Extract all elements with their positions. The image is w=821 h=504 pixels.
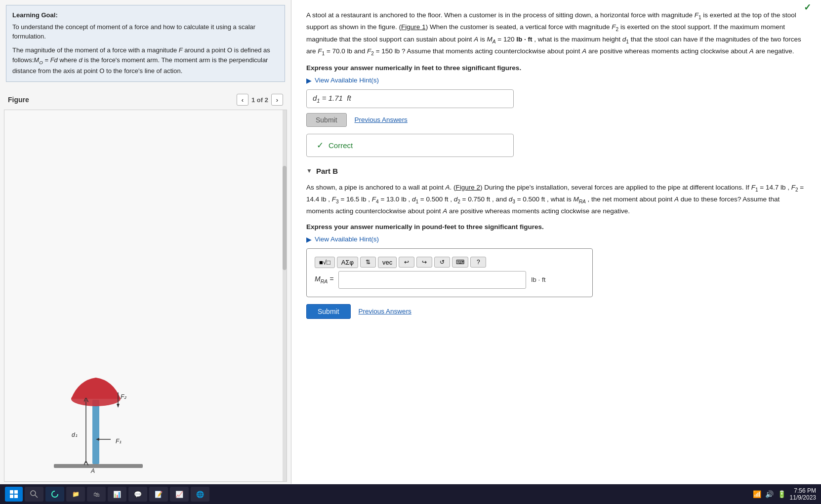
- part-b-collapse-icon[interactable]: ▼: [306, 167, 312, 174]
- part-b-math-input[interactable]: [338, 271, 526, 289]
- search-taskbar-icon: [30, 490, 38, 498]
- figure-area: Figure ‹ 1 of 2 ›: [0, 92, 291, 484]
- math-btn-redo[interactable]: ↪: [416, 257, 432, 268]
- file-explorer-icon: 📁: [72, 491, 80, 498]
- taskbar-app-2[interactable]: 📁: [66, 487, 85, 502]
- network-icon: 📶: [753, 490, 761, 498]
- taskbar: 📁 🛍 📊 💬 📝 📈 🌐 📶 🔊 🔋 7:56 PM 11/9/2023: [0, 484, 821, 504]
- correct-label: Correct: [328, 141, 353, 150]
- part-a-problem-text: A stool at a restaurant is anchored to t…: [306, 10, 806, 58]
- part-b-math-unit: lb · ft: [531, 276, 545, 283]
- part-a-correct-box: ✓ Correct: [306, 134, 514, 157]
- part-a-hint-row[interactable]: ▶ View Available Hint(s): [306, 77, 806, 84]
- taskbar-app-8[interactable]: 🌐: [191, 487, 209, 502]
- svg-rect-0: [54, 464, 143, 468]
- math-btn-arrows[interactable]: ⇅: [360, 257, 376, 268]
- battery-icon: 🔋: [778, 490, 786, 498]
- stool-figure: d₁ A F₁ F₂: [39, 341, 158, 474]
- svg-marker-11: [117, 404, 120, 408]
- left-panel: Learning Goal: To understand the concept…: [0, 0, 291, 484]
- part-a-hint-label[interactable]: View Available Hint(s): [315, 77, 379, 84]
- part-b-express-instruction: Express your answer numerically in pound…: [306, 223, 806, 231]
- svg-text:A: A: [90, 467, 95, 474]
- start-button[interactable]: [5, 487, 23, 502]
- taskbar-app-6[interactable]: 📝: [149, 487, 168, 502]
- part-a-completion-check: ✓: [804, 2, 811, 13]
- right-panel: ✓ A stool at a restaurant is anchored to…: [291, 0, 821, 484]
- svg-rect-12: [10, 490, 13, 494]
- taskbar-right: 📶 🔊 🔋 7:56 PM 11/9/2023: [753, 487, 816, 501]
- figure-next-button[interactable]: ›: [271, 94, 283, 106]
- excel-icon: 📈: [175, 491, 183, 498]
- figure-prev-button[interactable]: ‹: [237, 94, 248, 106]
- taskbar-app-5[interactable]: 💬: [128, 487, 147, 502]
- part-b-math-input-area: ■√□ AΣφ ⇅ vec ↩ ↪ ↺ ⌨ ? MRA = lb · ft: [306, 248, 593, 297]
- store-icon: 🛍: [93, 491, 100, 498]
- part-b-hint-row[interactable]: ▶ View Available Hint(s): [306, 235, 806, 243]
- math-btn-reset[interactable]: ↺: [434, 257, 450, 268]
- learning-goal-title: Learning Goal:: [12, 10, 279, 20]
- part-b-hint-label[interactable]: View Available Hint(s): [315, 235, 379, 243]
- part-b-submit-button[interactable]: Submit: [306, 304, 351, 319]
- math-btn-help[interactable]: ?: [470, 257, 486, 268]
- figure-nav[interactable]: ‹ 1 of 2 ›: [237, 94, 283, 106]
- svg-rect-15: [14, 495, 18, 498]
- part-a-submit-row: Submit Previous Answers: [306, 113, 806, 127]
- svg-line-17: [35, 495, 38, 498]
- taskbar-time: 7:56 PM 11/9/2023: [790, 487, 816, 501]
- part-b-prev-answers-link[interactable]: Previous Answers: [359, 308, 411, 315]
- figure-label: Figure: [8, 96, 29, 104]
- part-a-answer-value: d1 = 1.71 ft: [313, 94, 351, 104]
- correct-checkmark-icon: ✓: [317, 140, 324, 151]
- part-b-math-toolbar: ■√□ AΣφ ⇅ vec ↩ ↪ ↺ ⌨ ?: [315, 257, 584, 268]
- formula-text: The magnitude of the moment of a force w…: [12, 45, 279, 77]
- learning-goal-box: Learning Goal: To understand the concept…: [6, 5, 285, 82]
- math-btn-sqrt[interactable]: ■√□: [315, 257, 335, 268]
- part-b-label: Part B: [316, 167, 338, 175]
- powerpoint-icon: 📊: [113, 491, 121, 498]
- time-display: 7:56 PM: [790, 487, 816, 494]
- math-btn-undo[interactable]: ↩: [399, 257, 414, 268]
- svg-text:d₁: d₁: [72, 431, 78, 438]
- part-b-header[interactable]: ▼ Part B: [306, 167, 806, 175]
- part-b-math-label: MRA =: [315, 275, 333, 284]
- sound-icon: 🔊: [765, 490, 774, 498]
- chrome-icon: 🌐: [196, 491, 204, 498]
- math-btn-keyboard[interactable]: ⌨: [452, 257, 468, 268]
- word-icon: 📝: [155, 491, 163, 498]
- part-b-hint-triangle: ▶: [306, 235, 312, 243]
- svg-text:F₂: F₂: [121, 393, 127, 400]
- taskbar-app-3[interactable]: 🛍: [87, 487, 106, 502]
- teams-icon: 💬: [134, 491, 142, 498]
- part-b-submit-row: Submit Previous Answers: [306, 304, 806, 319]
- figure-header: Figure ‹ 1 of 2 ›: [0, 92, 291, 108]
- taskbar-app-4[interactable]: 📊: [108, 487, 126, 502]
- math-btn-vec[interactable]: vec: [378, 257, 397, 268]
- math-btn-symbols[interactable]: AΣφ: [337, 257, 358, 268]
- figure-page-indicator: 1 of 2: [251, 96, 268, 104]
- svg-rect-13: [14, 490, 18, 494]
- part-b-input-row: MRA = lb · ft: [315, 271, 584, 289]
- search-taskbar-button[interactable]: [25, 487, 43, 502]
- windows-icon: [9, 490, 18, 499]
- part-a-submit-button[interactable]: Submit: [306, 113, 347, 127]
- part-a-express-instruction: Express your answer numerically in feet …: [306, 64, 806, 72]
- part-a-hint-triangle: ▶: [306, 77, 312, 84]
- part-a-prev-answers-link[interactable]: Previous Answers: [355, 116, 408, 123]
- svg-rect-14: [10, 495, 13, 498]
- figure-canvas: d₁ A F₁ F₂: [4, 110, 287, 482]
- taskbar-left: 📁 🛍 📊 💬 📝 📈 🌐: [5, 487, 209, 502]
- taskbar-app-7[interactable]: 📈: [170, 487, 189, 502]
- part-b-problem-text: As shown, a pipe is anchored to a wall a…: [306, 182, 806, 217]
- edge-icon: [51, 490, 59, 498]
- date-display: 11/9/2023: [790, 494, 816, 501]
- part-a-answer-box[interactable]: d1 = 1.71 ft: [306, 89, 514, 108]
- svg-rect-1: [92, 400, 99, 464]
- svg-text:F₁: F₁: [116, 438, 122, 445]
- taskbar-app-1[interactable]: [45, 487, 64, 502]
- learning-goal-text: To understand the concept of moment of a…: [12, 22, 279, 41]
- svg-point-16: [31, 491, 36, 496]
